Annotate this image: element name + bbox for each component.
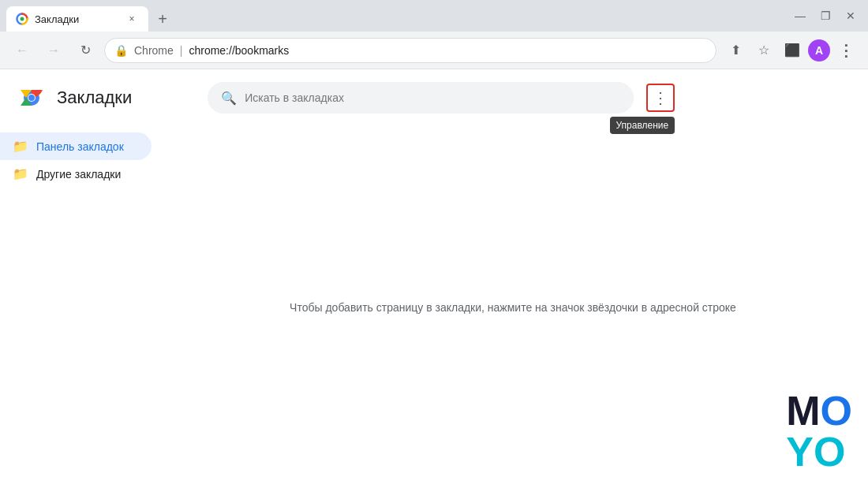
back-icon: ← [16,43,28,58]
url-separator: | [180,44,183,57]
content-area: Чтобы добавить страницу в закладки, нажм… [158,126,868,488]
more-menu-wrapper: ⋮ Управление [646,84,675,112]
moyo-letter-o1: O [821,390,852,431]
bookmarks-header: Закладки 🔍 ⋮ Управление [0,69,868,126]
refresh-icon: ↻ [80,43,91,58]
folder-icon: 📁 [13,139,28,154]
lock-icon: 🔒 [114,44,128,57]
share-button[interactable]: ⬆ [723,38,748,63]
url-bar[interactable]: 🔒 Chrome | chrome://bookmarks [104,38,716,63]
minimize-button[interactable]: — [789,5,811,27]
sidebar-item-label: Другие закладки [36,168,121,181]
maximize-button[interactable]: ❐ [814,5,836,27]
sidebar-item-label: Панель закладок [36,140,124,153]
profile-letter: А [815,44,823,57]
svg-point-4 [28,95,35,101]
extensions-button[interactable]: ⬛ [780,38,805,63]
menu-icon: ⋮ [838,41,854,60]
bookmark-button[interactable]: ☆ [751,38,776,63]
search-input[interactable] [245,91,620,104]
more-icon: ⋮ [653,88,668,107]
forward-icon: → [47,43,60,58]
tab-close-button[interactable]: × [125,12,139,26]
moyo-row1: M O [786,390,852,431]
moyo-letter-o2: O [814,431,845,472]
bookmark-icon: ☆ [758,43,769,58]
active-tab[interactable]: Закладки × [6,6,148,32]
close-button[interactable]: ✕ [840,5,862,27]
sidebar-item-other-bookmarks[interactable]: 📁 Другие закладки [0,160,152,188]
address-bar-actions: ⬆ ☆ ⬛ А ⋮ [723,38,859,63]
svg-point-1 [21,17,24,21]
title-bar: Закладки × + — ❐ ✕ [0,0,868,32]
sidebar-item-bookmarks-bar[interactable]: 📁 Панель закладок [0,132,152,160]
page-content: Закладки 🔍 ⋮ Управление 📁 [0,69,868,488]
profile-button[interactable]: А [808,39,830,61]
main-layout: 📁 Панель закладок 📁 Другие закладки Чтоб… [0,126,868,488]
url-path: chrome://bookmarks [189,44,289,57]
sidebar: 📁 Панель закладок 📁 Другие закладки [0,126,158,488]
refresh-button[interactable]: ↻ [73,38,98,63]
search-bar[interactable]: 🔍 [208,82,634,114]
tab-favicon [16,13,28,25]
chrome-logo [19,85,44,110]
share-icon: ⬆ [731,43,741,58]
more-button[interactable]: ⋮ [646,84,675,112]
page-wrapper: Закладки 🔍 ⋮ Управление 📁 [0,69,868,488]
page-title: Закладки [57,88,132,108]
tab-title: Закладки [35,13,118,25]
empty-message: Чтобы добавить страницу в закладки, нажм… [290,301,736,314]
tooltip: Управление [610,117,675,134]
moyo-watermark: M O Y O [786,390,852,472]
address-bar: ← → ↻ 🔒 Chrome | chrome://bookmarks ⬆ ☆ … [0,32,868,69]
moyo-letter-y: Y [786,431,814,472]
forward-button[interactable]: → [41,38,66,63]
back-button[interactable]: ← [9,38,35,63]
new-tab-button[interactable]: + [152,8,174,30]
moyo-row2: Y O [786,431,852,472]
browser-frame: Закладки × + — ❐ ✕ ← → ↻ 🔒 Chrome | chro… [0,0,868,488]
moyo-letter-m: M [786,390,820,431]
folder-icon: 📁 [13,166,28,181]
window-controls: — ❐ ✕ [789,5,862,27]
extensions-icon: ⬛ [784,43,800,58]
url-source: Chrome [134,44,174,57]
browser-menu-button[interactable]: ⋮ [833,38,859,63]
search-icon: 🔍 [221,91,237,106]
